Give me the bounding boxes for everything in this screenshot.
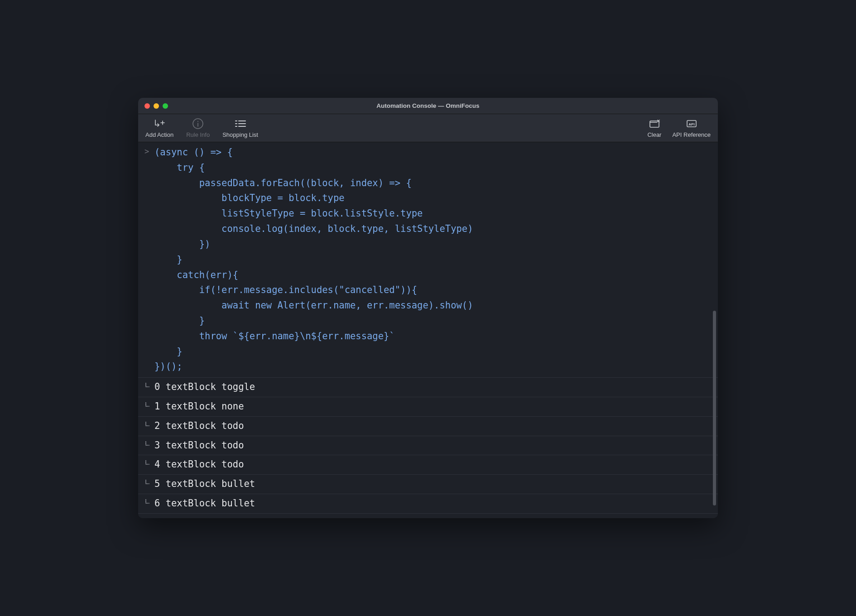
console-log-text: 5 textBlock bullet <box>154 476 712 492</box>
console-log-text: 3 textBlock todo <box>154 438 712 453</box>
console-result-entry: < [object Promise] = $2 <box>138 514 718 518</box>
toolbar: Add Action Rule Info <box>138 114 718 142</box>
svg-point-11 <box>145 383 146 384</box>
log-indent-icon <box>144 419 154 432</box>
svg-point-20 <box>145 441 146 442</box>
clear-button[interactable]: Clear <box>647 118 661 138</box>
scrollbar-thumb[interactable] <box>713 311 716 505</box>
svg-point-24 <box>149 464 149 465</box>
log-indent-icon <box>144 476 154 490</box>
svg-point-28 <box>145 481 146 482</box>
svg-point-30 <box>149 503 149 504</box>
console-log-entry: 1 textBlock none <box>138 397 718 417</box>
console-log-entry: 6 textBlock bullet <box>138 494 718 514</box>
result-prompt-icon: < <box>144 515 154 518</box>
svg-point-1 <box>197 121 198 122</box>
console-input-entry: > (async () => { try { passedData.forEac… <box>138 142 718 378</box>
window-title: Automation Console — OmniFocus <box>138 102 718 109</box>
info-icon <box>192 118 204 130</box>
automation-console-window: Automation Console — OmniFocus Add Actio… <box>138 98 718 518</box>
minimize-window-button[interactable] <box>154 103 159 109</box>
console-log-text: 1 textBlock none <box>154 399 712 414</box>
list-icon <box>234 118 247 130</box>
shopping-list-button[interactable]: Shopping List <box>222 118 258 138</box>
api-reference-button[interactable]: API API Reference <box>672 118 711 138</box>
console-log-entry: 2 textBlock todo <box>138 417 718 436</box>
api-icon: API <box>686 118 697 130</box>
rule-info-button[interactable]: Rule Info <box>186 118 210 138</box>
svg-point-16 <box>145 404 146 405</box>
svg-point-21 <box>149 445 149 446</box>
svg-point-18 <box>149 425 149 426</box>
traffic-lights <box>144 103 168 109</box>
console-log-entry: 3 textBlock todo <box>138 436 718 456</box>
svg-point-15 <box>149 406 149 407</box>
svg-point-14 <box>145 402 146 403</box>
log-indent-icon <box>144 438 154 451</box>
shopping-list-label: Shopping List <box>222 131 258 138</box>
log-indent-icon <box>144 457 154 470</box>
add-action-label: Add Action <box>145 131 173 138</box>
log-indent-icon <box>144 496 154 509</box>
console-result-text: [object Promise] = $2 <box>154 515 712 518</box>
log-indent-icon <box>144 380 154 393</box>
console-log-text: 4 textBlock todo <box>154 457 712 472</box>
svg-point-27 <box>149 483 149 484</box>
svg-point-25 <box>145 462 146 463</box>
add-action-button[interactable]: Add Action <box>145 118 173 138</box>
svg-point-23 <box>145 460 146 461</box>
console-log-entry: 4 textBlock todo <box>138 455 718 475</box>
svg-point-31 <box>145 501 146 502</box>
log-indent-icon <box>144 399 154 412</box>
zoom-window-button[interactable] <box>163 103 168 109</box>
close-window-button[interactable] <box>144 103 150 109</box>
svg-point-22 <box>145 443 146 444</box>
clear-label: Clear <box>647 131 661 138</box>
input-prompt-icon: > <box>144 145 154 158</box>
rule-info-label: Rule Info <box>186 131 210 138</box>
svg-point-26 <box>145 480 146 481</box>
svg-point-12 <box>149 386 149 387</box>
console-log-text: 2 textBlock todo <box>154 419 712 434</box>
scrollbar-track[interactable] <box>712 142 717 518</box>
clear-icon <box>649 118 660 130</box>
svg-point-29 <box>145 499 146 500</box>
titlebar: Automation Console — OmniFocus <box>138 98 718 114</box>
api-reference-label: API Reference <box>672 131 711 138</box>
console-log-text: 6 textBlock bullet <box>154 496 712 511</box>
add-action-icon <box>153 118 166 130</box>
console-log-entry: 0 textBlock toggle <box>138 378 718 397</box>
svg-point-13 <box>145 385 146 385</box>
svg-point-17 <box>145 422 146 423</box>
console-code-input[interactable]: (async () => { try { passedData.forEach(… <box>154 145 712 375</box>
console-area[interactable]: > (async () => { try { passedData.forEac… <box>138 142 718 518</box>
svg-text:API: API <box>688 122 694 126</box>
console-log-text: 0 textBlock toggle <box>154 380 712 395</box>
console-log-entry: 5 textBlock bullet <box>138 475 718 494</box>
svg-point-19 <box>145 424 146 424</box>
